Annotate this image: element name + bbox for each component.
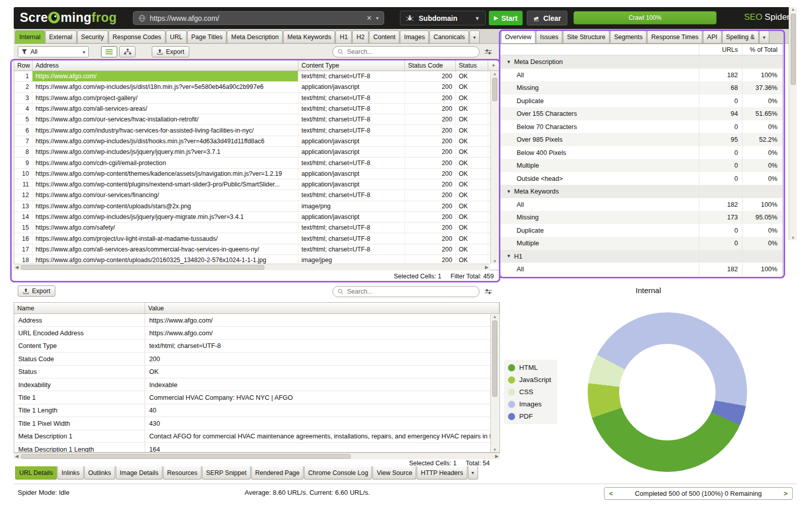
cell-row[interactable]: 6 (14, 125, 32, 135)
cell-status[interactable]: OK (456, 255, 488, 264)
advanced-search-icon[interactable] (483, 286, 493, 297)
cell-addr[interactable]: https://www.afgo.com/all-services-areas/ (32, 104, 298, 114)
cell-type[interactable]: application/javascript (298, 179, 405, 189)
tab-h1[interactable]: H1 (335, 30, 352, 44)
tab-meta-description[interactable]: Meta Description (227, 30, 283, 44)
cell-row[interactable]: 12 (14, 190, 32, 200)
cell-addr[interactable]: https://www.afgo.com/ (32, 71, 298, 81)
list-view-button[interactable] (101, 46, 117, 57)
cell-status[interactable]: OK (456, 93, 488, 103)
cell-type[interactable]: application/javascript (298, 169, 405, 179)
cell-type[interactable]: text/html; charset=UTF-8 (298, 125, 405, 135)
overview-item[interactable]: Below 70 Characters00% (500, 120, 783, 134)
details-row[interactable]: Addresshttps://www.afgo.com/ (14, 314, 499, 327)
cell-addr[interactable]: https://www.afgo.com/wp-content/uploads/… (32, 201, 298, 211)
overview-item[interactable]: Missing17395.05% (500, 211, 783, 224)
cell-status[interactable]: OK (456, 244, 488, 254)
cell-type[interactable]: image/jpeg (298, 255, 405, 264)
search-input[interactable] (347, 48, 475, 55)
cell-code[interactable]: 200 (405, 157, 456, 168)
cell-type[interactable]: application/javascript (298, 212, 405, 222)
cell-type[interactable]: text/html; charset=UTF-8 (298, 114, 405, 124)
cell-code[interactable]: 200 (405, 201, 456, 211)
cell-code[interactable]: 200 (405, 125, 456, 135)
tab-canonicals[interactable]: Canonicals (429, 30, 469, 44)
table-row[interactable]: 4https://www.afgo.com/all-services-areas… (14, 104, 499, 114)
cell-status[interactable]: OK (456, 104, 488, 114)
cell-row[interactable]: 1 (14, 71, 32, 81)
chevron-left-icon[interactable]: < (604, 490, 618, 497)
chevron-right-icon[interactable]: > (779, 490, 792, 497)
tab-internal[interactable]: Internal (15, 30, 45, 44)
tab-chrome-console-log[interactable]: Chrome Console Log (304, 466, 372, 480)
cell-addr[interactable]: https://www.afgo.com/safety/ (32, 222, 298, 233)
cell-status[interactable]: OK (456, 157, 488, 168)
scroll-up-icon[interactable]: ▲ (791, 7, 795, 12)
tab-api[interactable]: API (703, 30, 721, 44)
cell-addr[interactable]: https://www.afgo.com/wp-content/themes/k… (32, 169, 298, 179)
tab-view-source[interactable]: View Source (373, 466, 416, 480)
cell-type[interactable]: application/javascript (298, 82, 405, 92)
overview-item[interactable]: Multiple00% (500, 159, 783, 172)
overview-item[interactable]: Over 985 Pixels9552.2% (500, 133, 783, 146)
filter-dropdown[interactable]: All ▾ (18, 46, 89, 57)
tab-external[interactable]: External (45, 30, 77, 44)
cell-row[interactable]: 9 (14, 157, 32, 168)
cell-row[interactable]: 8 (14, 147, 32, 157)
details-vscrollbar[interactable]: ▲▼ (490, 314, 499, 452)
cell-status[interactable]: OK (456, 179, 488, 189)
cell-addr[interactable]: https://www.afgo.com/wp-content/uploads/… (32, 255, 298, 264)
cell-code[interactable]: 200 (405, 233, 456, 243)
tab-security[interactable]: Security (77, 30, 108, 44)
details-hscrollbar[interactable]: ◀ ▶ (14, 453, 500, 459)
tab-rendered-page[interactable]: Rendered Page (251, 466, 304, 480)
cell-status[interactable]: OK (456, 201, 488, 211)
tab-overflow-button[interactable]: ▾ (469, 30, 480, 44)
hscroll-thumb[interactable] (21, 454, 351, 459)
column-header-status-code[interactable]: Status Code (405, 60, 456, 71)
tab-outlinks[interactable]: Outlinks (84, 466, 115, 480)
clear-url-icon[interactable]: ✕ (366, 14, 372, 22)
tab-images[interactable]: Images (400, 30, 429, 44)
column-header-name[interactable]: Name (14, 303, 145, 313)
cell-status[interactable]: OK (456, 222, 488, 233)
scroll-up-icon[interactable]: ▲ (493, 314, 497, 319)
details-search-input[interactable] (347, 288, 475, 295)
scroll-down-icon[interactable]: ▼ (791, 236, 795, 240)
cell-addr[interactable]: https://www.afgo.com/all-services-areas/… (32, 244, 298, 254)
cell-addr[interactable]: https://www.afgo.com/our-services/financ… (32, 190, 298, 200)
cell-type[interactable]: application/javascript (298, 136, 405, 146)
url-history-caret-icon[interactable]: ▾ (376, 15, 379, 21)
table-row[interactable]: 7https://www.afgo.com/wp-includes/js/dis… (14, 136, 499, 147)
overview-item[interactable]: Over 155 Characters9451.65% (500, 107, 783, 120)
overview-item[interactable]: Duplicate00% (500, 94, 783, 108)
cell-addr[interactable]: https://www.afgo.com/cdn-cgi/l/email-pro… (32, 157, 298, 168)
table-row[interactable]: 18https://www.afgo.com/wp-content/upload… (14, 255, 499, 264)
cell-type[interactable]: text/html; charset=UTF-8 (298, 157, 405, 168)
crawl-mode-dropdown[interactable]: Subdomain ▼ (400, 11, 486, 25)
tab-content[interactable]: Content (369, 30, 399, 44)
cell-status[interactable]: OK (456, 71, 488, 81)
tab-image-details[interactable]: Image Details (116, 466, 162, 480)
cell-status[interactable]: OK (456, 212, 488, 222)
cell-status[interactable]: OK (456, 125, 488, 135)
table-row[interactable]: 14https://www.afgo.com/wp-includes/js/jq… (14, 212, 499, 222)
cell-status[interactable]: OK (456, 147, 488, 157)
cell-row[interactable]: 13 (14, 201, 32, 211)
tab-overview[interactable]: Overview (501, 30, 535, 44)
vscroll-thumb[interactable] (492, 78, 497, 101)
crawl-table-vscrollbar[interactable]: ▲▼ (490, 72, 499, 264)
column-header-content-type[interactable]: Content Type (298, 60, 405, 71)
details-row[interactable]: Meta Description 1 Length164 (14, 443, 499, 452)
overview-item[interactable]: Outside <head>00% (500, 172, 783, 185)
cell-status[interactable]: OK (456, 136, 488, 146)
cell-type[interactable]: text/html; charset=UTF-8 (298, 93, 405, 103)
table-row[interactable]: 12https://www.afgo.com/our-services/fina… (14, 190, 499, 201)
cell-row[interactable]: 3 (14, 93, 32, 103)
overview-item[interactable]: Duplicate00% (500, 224, 783, 237)
cell-code[interactable]: 200 (405, 93, 456, 103)
cell-addr[interactable]: https://www.afgo.com/wp-includes/js/dist… (32, 82, 298, 92)
tab-overflow-button[interactable]: ▾ (468, 466, 478, 480)
table-row[interactable]: 3https://www.afgo.com/project-gallery/te… (14, 93, 499, 104)
cell-addr[interactable]: https://www.afgo.com/wp-includes/js/jque… (32, 212, 298, 222)
